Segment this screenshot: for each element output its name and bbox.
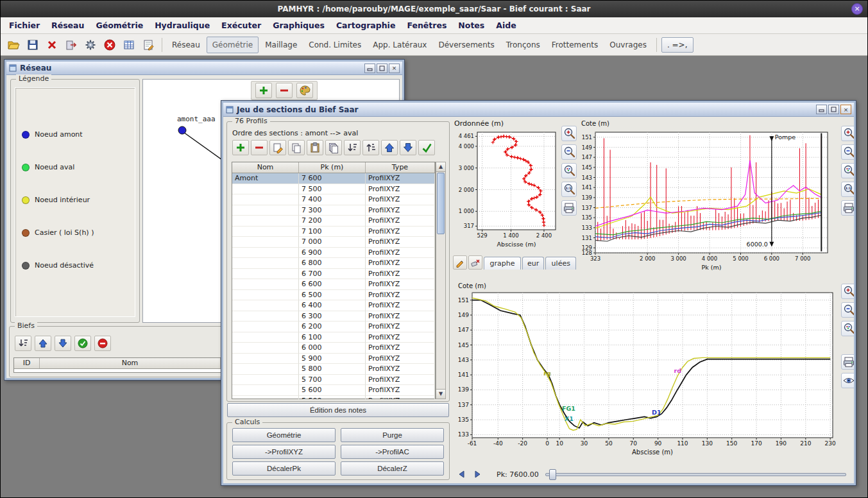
print-icon[interactable]	[561, 200, 577, 216]
menu-8[interactable]: Notes	[452, 18, 490, 33]
menu-3[interactable]: Hydraulique	[149, 18, 216, 33]
table-row[interactable]: 6 800ProfilXYZ	[232, 258, 435, 269]
table-row[interactable]: 5 500ProfilXYZ	[232, 396, 435, 400]
calc-button-4[interactable]: DécalerPk	[232, 461, 336, 476]
table-row[interactable]: Amont7 600ProfilXYZ	[232, 173, 435, 184]
zoom-select-icon[interactable]	[841, 163, 854, 178]
module-button-0[interactable]: Réseau	[167, 37, 205, 53]
table-row[interactable]: 6 700ProfilXYZ	[232, 269, 435, 280]
longitudinal-chart[interactable]: 3232 0003 0004 0005 0006 0007 0001511491…	[579, 118, 838, 277]
table-row[interactable]: 5 800ProfilXYZ	[232, 364, 435, 375]
table-row[interactable]: 6 200ProfilXYZ	[232, 322, 435, 332]
table-row[interactable]: 7 200ProfilXYZ	[232, 216, 435, 227]
zoom-reset-icon[interactable]: 1:1	[561, 182, 577, 197]
window-close-button[interactable]: ×	[851, 3, 863, 15]
extra-toolbar-button[interactable]: . =>,	[661, 37, 694, 53]
eye-icon[interactable]	[841, 373, 854, 388]
print-icon[interactable]	[841, 200, 854, 216]
menu-0[interactable]: Fichier	[3, 18, 46, 33]
table-row[interactable]: 6 100ProfilXYZ	[232, 332, 435, 343]
table-row[interactable]: 6 900ProfilXYZ	[232, 248, 435, 259]
module-button-7[interactable]: Frottements	[547, 37, 603, 53]
table-row[interactable]: 6 600ProfilXYZ	[232, 279, 435, 290]
print-icon[interactable]	[841, 354, 854, 370]
biefs-col-1[interactable]: Nom	[40, 358, 221, 368]
table-grid-icon[interactable]	[120, 36, 138, 54]
calc-button-5[interactable]: DécalerZ	[341, 461, 444, 476]
zoom-in-icon[interactable]	[561, 126, 577, 141]
draw-tool-icon[interactable]	[453, 255, 467, 270]
save-icon[interactable]	[24, 36, 42, 54]
table-row[interactable]: 7 000ProfilXYZ	[232, 237, 435, 248]
scroll-down-arrow[interactable]: ▼	[436, 389, 445, 399]
profils-col-1[interactable]: Pk (m)	[299, 162, 366, 173]
duplicate-icon[interactable]	[325, 140, 342, 155]
zoom-in-icon[interactable]	[841, 284, 854, 299]
sort-icon[interactable]	[15, 336, 31, 351]
menu-7[interactable]: Fenêtres	[401, 18, 452, 33]
module-button-1[interactable]: Géométrie	[207, 37, 259, 53]
zoom-in-icon[interactable]	[841, 126, 854, 141]
module-button-4[interactable]: App. Latéraux	[368, 37, 432, 53]
add-profile-icon[interactable]	[232, 140, 249, 155]
table-scrollbar[interactable]: ▲ ▼	[436, 162, 446, 399]
edit-profile-icon[interactable]	[269, 140, 286, 155]
edit-notes-button[interactable]: Édition des notes	[227, 403, 449, 417]
scroll-thumb[interactable]	[437, 173, 445, 234]
menu-6[interactable]: Cartographie	[330, 18, 402, 33]
table-row[interactable]: 6 300ProfilXYZ	[232, 311, 435, 322]
frame-close-button[interactable]: ×	[389, 64, 400, 73]
module-button-8[interactable]: Ouvrages	[604, 37, 652, 53]
tab-0[interactable]: graphe	[484, 257, 521, 270]
disable-icon[interactable]	[94, 336, 111, 351]
notes-edit-icon[interactable]	[139, 36, 157, 54]
move-up-icon[interactable]	[35, 336, 51, 351]
tab-2[interactable]: ulées	[545, 257, 576, 270]
cross-section-chart[interactable]: -61-40-200103050709011013015017019021023…	[453, 280, 840, 465]
table-row[interactable]: 7 300ProfilXYZ	[232, 205, 435, 216]
profils-table[interactable]: NomPk (m)Type Amont7 600ProfilXYZ7 500Pr…	[232, 162, 436, 399]
calc-button-1[interactable]: Purge	[341, 428, 444, 442]
next-profile-button[interactable]	[471, 467, 485, 481]
table-row[interactable]: 6 000ProfilXYZ	[232, 343, 435, 354]
frame-close-button[interactable]: ×	[840, 105, 851, 114]
pk-slider[interactable]	[545, 468, 849, 481]
sort-desc-icon[interactable]	[344, 140, 361, 155]
table-row[interactable]: 5 700ProfilXYZ	[232, 375, 435, 386]
paste-icon[interactable]	[307, 140, 323, 155]
table-row[interactable]: 6 500ProfilXYZ	[232, 290, 435, 301]
zoom-reset-icon[interactable]: 1:1	[841, 182, 854, 197]
sections-frame-titlebar[interactable]: Jeu de sections du Bief Saar ×	[223, 103, 854, 117]
calc-button-2[interactable]: ->ProfilXYZ	[232, 445, 336, 459]
erase-tool-icon[interactable]	[468, 255, 482, 270]
table-row[interactable]: 6 400ProfilXYZ	[232, 300, 435, 311]
zoom-select-icon[interactable]	[561, 163, 577, 178]
table-row[interactable]: 7 100ProfilXYZ	[232, 227, 435, 237]
move-row-up-icon[interactable]	[381, 140, 398, 155]
table-row[interactable]: 7 400ProfilXYZ	[232, 194, 435, 205]
module-button-3[interactable]: Cond. Limites	[303, 37, 366, 53]
profils-col-2[interactable]: Type	[366, 162, 435, 173]
tab-1[interactable]: eur	[522, 257, 544, 270]
module-button-2[interactable]: Maillage	[260, 37, 302, 53]
copy-icon[interactable]	[288, 140, 305, 155]
menu-5[interactable]: Graphiques	[267, 18, 330, 33]
plan-chart[interactable]: 5291 4002 4004 4614 0003 0002 0001 00031…	[453, 128, 561, 254]
enable-icon[interactable]	[74, 336, 91, 351]
stop-icon[interactable]	[101, 36, 119, 54]
zoom-select-icon[interactable]	[841, 321, 854, 336]
previous-profile-button[interactable]	[454, 467, 468, 481]
scroll-up-arrow[interactable]: ▲	[436, 162, 445, 172]
profils-col-0[interactable]: Nom	[232, 162, 299, 173]
reseau-frame-titlebar[interactable]: Réseau ×	[6, 62, 402, 75]
frame-maximize-button[interactable]	[828, 105, 839, 114]
menu-2[interactable]: Géométrie	[90, 18, 149, 33]
apply-icon[interactable]	[418, 140, 435, 155]
menu-1[interactable]: Réseau	[46, 18, 90, 33]
export-icon[interactable]	[62, 36, 80, 54]
pk-slider-thumb[interactable]	[549, 469, 556, 480]
move-down-icon[interactable]	[55, 336, 71, 351]
remove-profile-icon[interactable]	[251, 140, 268, 155]
delete-icon[interactable]	[43, 36, 61, 54]
zoom-out-icon[interactable]	[561, 144, 577, 160]
